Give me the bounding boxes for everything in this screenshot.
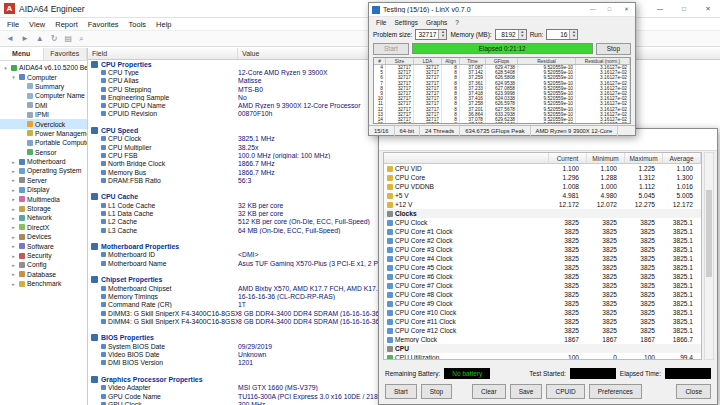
menu-file[interactable]: File	[2, 20, 24, 29]
sidebar-item-summary[interactable]: Summary	[0, 82, 87, 91]
linx-menu-graphs[interactable]: Graphs	[422, 19, 451, 26]
sensor-row-cpu-core-1-clock[interactable]: CPU Core #1 Clock3825382538253825.1	[384, 227, 701, 236]
sensor-column-minimum[interactable]: Minimum	[587, 153, 625, 163]
linx-close-icon[interactable]: ✕	[618, 3, 635, 16]
expander-icon[interactable]: ▸	[10, 243, 17, 249]
sidebar-item-server[interactable]: ▸Server	[0, 176, 87, 185]
stability-stop-button[interactable]: Stop	[421, 384, 452, 399]
expander-icon[interactable]: ▸	[10, 177, 17, 183]
expander-icon[interactable]: ▾	[10, 74, 17, 80]
column-header-field[interactable]: Field	[88, 48, 238, 59]
stability-scrollbar[interactable]	[704, 152, 714, 360]
sensor-row-cpu-core-5-clock[interactable]: CPU Core #5 Clock3825382538253825.1	[384, 263, 701, 272]
expander-icon[interactable]: ▸	[10, 206, 17, 212]
sidebar-item-computer-name[interactable]: Computer Name	[0, 91, 87, 100]
sensor-row-cpu-core-4-clock[interactable]: CPU Core #4 Clock3825382538253825.1	[384, 254, 701, 263]
sidebar-item-security[interactable]: ▸Security	[0, 251, 87, 260]
problem-size-input[interactable]: 32717 ▲▼	[415, 29, 447, 40]
stability-clear-button[interactable]: Clear	[472, 384, 506, 399]
sidebar-item-portable-computer[interactable]: Portable Computer	[0, 138, 87, 147]
linx-titlebar[interactable]: Testing (15/16) - LinX v0.7.0 —□✕	[369, 3, 635, 17]
spinner-down-icon[interactable]: ▼	[519, 34, 526, 39]
sensor-row-cpu-vid[interactable]: CPU VID1.1001.1001.2251.100	[384, 164, 701, 173]
sensor-column-maximum[interactable]: Maximum	[625, 153, 663, 163]
sidebar-item-network[interactable]: ▸Network	[0, 213, 87, 222]
spinner-down-icon[interactable]: ▼	[570, 34, 577, 39]
linx-menu-file[interactable]: File	[372, 19, 390, 26]
stability-preferences-button[interactable]: Preferences	[589, 384, 642, 399]
sensor-group-cpu[interactable]: CPU	[384, 344, 701, 353]
sensor-row-cpu-core-11-clock[interactable]: CPU Core #11 Clock3825382538253825.1	[384, 317, 701, 326]
toolbar-report-icon[interactable]: ▤	[64, 34, 72, 43]
menu-view[interactable]: View	[24, 20, 50, 29]
grid-column-residual-norm[interactable]: Residual (norm.)	[576, 58, 630, 64]
sidebar-item-aida64-v6-10-5200-beta[interactable]: ▾AIDA64 v6.10.5200 Beta	[0, 63, 87, 72]
linx-stop-button[interactable]: Stop	[596, 43, 631, 55]
sensor-row-cpu-clock[interactable]: CPU Clock3825382538253825.1	[384, 218, 701, 227]
sidebar-item-multimedia[interactable]: ▸Multimedia	[0, 194, 87, 203]
grid-column-align[interactable]: Align	[442, 58, 460, 64]
menu-tools[interactable]: Tools	[124, 20, 152, 29]
sidebar-item-operating-system[interactable]: ▸Operating System	[0, 166, 87, 175]
sensor-row-cpu-core-3-clock[interactable]: CPU Core #3 Clock3825382538253825.1	[384, 245, 701, 254]
sensor-row-cpu-core-8-clock[interactable]: CPU Core #8 Clock3825382538253825.1	[384, 290, 701, 299]
main-close-icon[interactable]: ✕	[696, 0, 720, 17]
toolbar-up-icon[interactable]: ▲	[36, 34, 44, 43]
main-maximize-icon[interactable]: □	[672, 0, 696, 17]
menu-favorites[interactable]: Favorites	[83, 20, 124, 29]
run-count-spinner[interactable]: ▲▼	[569, 30, 577, 39]
toolbar-back-icon[interactable]: ◄	[6, 34, 14, 43]
sidebar-item-database[interactable]: ▸Database	[0, 270, 87, 279]
sensor-row-cpu-core-7-clock[interactable]: CPU Core #7 Clock3825382538253825.1	[384, 281, 701, 290]
sensor-row-cpu-core-9-clock[interactable]: CPU Core #9 Clock3825382538253825.1	[384, 299, 701, 308]
linx-menu-settings[interactable]: Settings	[390, 19, 422, 26]
menu-report[interactable]: Report	[50, 20, 83, 29]
sidebar-item-dmi[interactable]: DMI	[0, 101, 87, 110]
stability-save-button[interactable]: Save	[510, 384, 543, 399]
expander-icon[interactable]: ▸	[10, 196, 17, 202]
sidebar-item-sensor[interactable]: Sensor	[0, 148, 87, 157]
sidebar-item-motherboard[interactable]: ▸Motherboard	[0, 157, 87, 166]
sidebar-item-software[interactable]: ▸Software	[0, 241, 87, 250]
expander-icon[interactable]: ▸	[10, 271, 17, 277]
expander-icon[interactable]: ▸	[10, 262, 17, 268]
sidebar-tab-favorites[interactable]: Favorites	[44, 48, 88, 60]
linx-maximize-icon[interactable]: □	[601, 3, 618, 16]
sidebar-item-devices[interactable]: ▸Devices	[0, 232, 87, 241]
sidebar-item-directx[interactable]: ▸DirectX	[0, 223, 87, 232]
spinner-down-icon[interactable]: ▼	[439, 34, 446, 39]
sensor-group-clocks[interactable]: Clocks	[384, 209, 701, 218]
grid-column-lda[interactable]: LDA	[414, 58, 442, 64]
grid-column-time[interactable]: Time	[460, 58, 486, 64]
expander-icon[interactable]: ▾	[2, 65, 9, 71]
sidebar-item-benchmark[interactable]: ▸Benchmark	[0, 279, 87, 288]
toolbar-forward-icon[interactable]: ►	[21, 34, 29, 43]
problem-size-spinner[interactable]: ▲▼	[438, 30, 446, 39]
toolbar-find-icon[interactable]: ⌕	[79, 34, 83, 44]
grid-column-gflops[interactable]: GFlops	[486, 58, 518, 64]
sidebar-item-storage[interactable]: ▸Storage	[0, 204, 87, 213]
sensor-column-current[interactable]: Current	[549, 153, 587, 163]
expander-icon[interactable]: ▸	[10, 281, 17, 287]
sensor-column-average[interactable]: Average	[663, 153, 701, 163]
sensor-row-cpu-utilization[interactable]: CPU Utilization100010099.4	[384, 353, 701, 360]
sensor-row-12-v[interactable]: +12 V12.17212.07212.27512.172	[384, 200, 701, 209]
scrollbar-thumb[interactable]	[706, 190, 712, 277]
stability-cpuid-button[interactable]: CPUID	[546, 384, 584, 399]
sidebar-item-ipmi[interactable]: IPMI	[0, 110, 87, 119]
sensor-row-cpu-core-12-clock[interactable]: CPU Core #12 Clock3825382538253825.1	[384, 326, 701, 335]
linx-minimize-icon[interactable]: —	[584, 3, 601, 16]
grid-column-[interactable]: #	[374, 58, 386, 64]
linx-menu-[interactable]: ?	[451, 19, 463, 26]
grid-column-size[interactable]: Size	[386, 58, 414, 64]
expander-icon[interactable]: ▸	[10, 215, 17, 221]
expander-icon[interactable]: ▸	[10, 187, 17, 193]
toolbar-refresh-icon[interactable]: ↻	[51, 34, 58, 43]
memory-spinner[interactable]: ▲▼	[518, 30, 526, 39]
main-minimize-icon[interactable]: —	[648, 0, 672, 17]
sidebar-item-config[interactable]: ▸Config	[0, 260, 87, 269]
expander-icon[interactable]: ▸	[10, 234, 17, 240]
sensor-row-cpu-core-2-clock[interactable]: CPU Core #2 Clock3825382538253825.1	[384, 236, 701, 245]
run-count-input[interactable]: 16 ▲▼	[546, 29, 578, 40]
sensor-row-cpu-vddnb[interactable]: CPU VDDNB1.0081.0001.1121.016	[384, 182, 701, 191]
